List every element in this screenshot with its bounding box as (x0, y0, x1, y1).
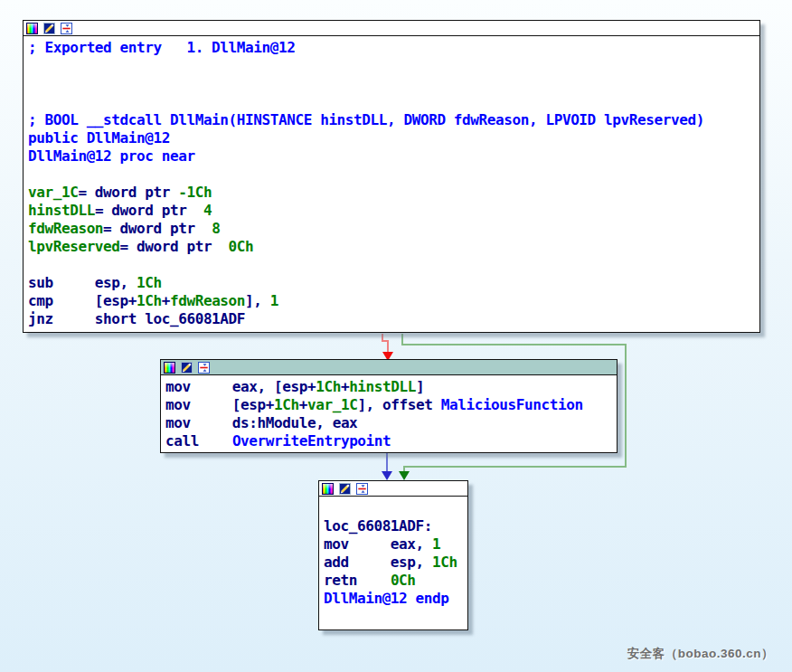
group-node-icon[interactable] (198, 362, 210, 374)
edit-node-icon[interactable] (339, 483, 351, 495)
code-exit: loc_66081ADF: mov eax, 1 add esp, 1Ch re… (319, 497, 467, 626)
node-color-icon[interactable] (322, 483, 334, 495)
group-node-icon[interactable] (61, 23, 72, 34)
node-titlebar (319, 481, 467, 497)
code-patch: mov eax, [esp+1Ch+hinstDLL] mov [esp+1Ch… (161, 375, 617, 450)
code-entry: ; Exported entry 1. DllMain@12 ; BOOL __… (24, 36, 759, 328)
node-exit[interactable]: loc_66081ADF: mov eax, 1 add esp, 1Ch re… (318, 480, 468, 630)
node-titlebar (161, 360, 617, 375)
edge-fallthrough (382, 453, 392, 480)
node-patch[interactable]: mov eax, [esp+1Ch+hinstDLL] mov [esp+1Ch… (160, 359, 618, 453)
edge-jnz-not-taken (382, 334, 393, 361)
edit-node-icon[interactable] (181, 362, 193, 374)
edit-node-icon[interactable] (43, 23, 55, 34)
group-node-icon[interactable] (356, 483, 368, 495)
node-entry[interactable]: ; Exported entry 1. DllMain@12 ; BOOL __… (23, 20, 760, 333)
watermark: 安全客（bobao.360.cn） (627, 646, 774, 662)
node-color-icon[interactable] (26, 23, 38, 34)
node-titlebar (24, 21, 759, 36)
node-color-icon[interactable] (164, 362, 175, 374)
